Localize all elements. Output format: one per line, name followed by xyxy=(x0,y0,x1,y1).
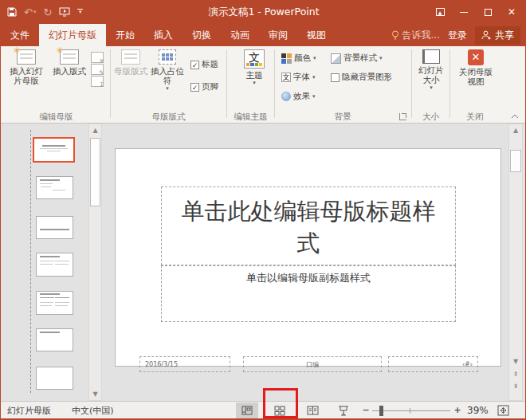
insert-layout-icon: ✳ xyxy=(60,49,79,65)
close-master-view-button[interactable]: ✕ 关闭母版视图 xyxy=(455,49,497,86)
group-label-master-layout: 母版版式 xyxy=(111,112,226,123)
main-scrollbar[interactable]: ▲ ▼ ⇞ ⇟ xyxy=(508,124,523,401)
scroll-up-icon[interactable]: ▲ xyxy=(89,125,101,135)
zoom-slider-thumb[interactable] xyxy=(379,406,383,416)
powerpoint-window: ↶▾ ↻ ▾ 演示文稿1 - PowerPoint ▲ ✕ 文件 幻灯片母版 开… xyxy=(0,0,526,420)
tab-home[interactable]: 开始 xyxy=(106,24,144,46)
slide-thumbnail-comparison[interactable] xyxy=(36,291,73,315)
hide-background-graphics-checkbox[interactable] xyxy=(331,73,340,82)
slide-thumbnail-two-content[interactable] xyxy=(36,253,73,277)
main-scrollbar-thumb[interactable] xyxy=(510,150,521,172)
view-name-label[interactable]: 幻灯片母版 xyxy=(7,405,51,417)
master-layout-button[interactable]: 母版版式 xyxy=(114,49,147,76)
close-button[interactable]: ✕ xyxy=(500,0,524,24)
previous-slide-icon[interactable]: ⇞ xyxy=(509,369,522,379)
footer-placeholder[interactable]: 口编 xyxy=(243,356,382,372)
title-checkbox-row[interactable]: ✓ 标题 xyxy=(190,59,218,70)
slide-canvas[interactable]: 单击此处编辑母版标题样式 单击以编辑母版副标题样式 2016/3/15 口编 ‹… xyxy=(115,148,501,367)
maximize-button[interactable] xyxy=(476,0,500,24)
reading-view-icon xyxy=(307,406,319,415)
background-styles-icon xyxy=(331,53,341,64)
footer-checkbox[interactable]: ✓ xyxy=(190,83,199,92)
workspace: ▲ ▼ 单击此处编辑母版标题样式 单击以编辑母版副标题样式 2016/3/15 … xyxy=(1,124,526,401)
insert-slide-master-button[interactable]: ✳ 插入幻灯片母版 xyxy=(6,49,47,85)
fit-to-window-icon xyxy=(497,405,509,416)
slide-number-placeholder[interactable]: ‹#› xyxy=(388,356,478,372)
panel-scrollbar[interactable]: ▲ ▼ xyxy=(88,124,102,401)
zoom-slider-midtick xyxy=(410,408,410,414)
minimize-button[interactable] xyxy=(452,0,476,24)
normal-view-button[interactable] xyxy=(236,402,258,418)
footer-checkbox-row[interactable]: ✓ 页脚 xyxy=(190,81,218,92)
group-label-edit-master: 编辑母版 xyxy=(2,112,110,123)
next-slide-icon[interactable]: ⇟ xyxy=(509,381,522,391)
tab-view[interactable]: 视图 xyxy=(297,24,336,46)
zoom-out-button[interactable]: − xyxy=(360,402,371,418)
language-label[interactable]: 中文(中国) xyxy=(72,405,114,417)
tab-insert[interactable]: 插入 xyxy=(144,24,183,46)
insert-placeholder-button[interactable]: 插入占位符 ▾ xyxy=(151,49,184,92)
tell-me-box[interactable]: 告诉我... xyxy=(391,29,440,42)
tab-file[interactable]: 文件 xyxy=(1,24,39,46)
themes-button[interactable]: 文 主题 ▾ xyxy=(238,49,270,86)
preserve-slide-icon[interactable]: ↧ xyxy=(91,76,104,87)
fit-to-window-button[interactable] xyxy=(497,405,509,416)
slide-size-button[interactable]: 幻灯片大小 ▾ xyxy=(416,49,446,91)
group-label-edit-theme: 编辑主题 xyxy=(227,112,274,123)
effects-button[interactable]: 效果▾ xyxy=(281,91,316,102)
scroll-up-icon[interactable]: ▲ xyxy=(509,125,522,135)
group-label-close: 关闭 xyxy=(452,112,498,123)
normal-view-icon xyxy=(241,406,253,415)
collapse-ribbon-icon[interactable] xyxy=(511,114,519,119)
insert-slide-master-icon: ✳ xyxy=(17,49,36,65)
group-label-size: 大小 xyxy=(412,112,449,123)
thumbnail-panel: ▲ ▼ xyxy=(1,124,104,401)
share-button[interactable]: 共享 xyxy=(475,26,520,45)
slide-thumbnail-title-content[interactable] xyxy=(36,176,73,199)
tab-review[interactable]: 审阅 xyxy=(259,24,297,46)
scroll-down-icon[interactable]: ▼ xyxy=(89,389,101,399)
reading-view-button[interactable] xyxy=(301,402,324,418)
slide-thumbnail-blank[interactable] xyxy=(36,367,73,390)
zoom-slider-track[interactable] xyxy=(372,410,450,411)
colors-icon xyxy=(281,53,292,64)
slide-thumbnail-section-header[interactable] xyxy=(36,216,73,239)
tab-animations[interactable]: 动画 xyxy=(221,24,259,46)
group-label-background: 背景 xyxy=(275,112,410,123)
themes-icon: 文 xyxy=(244,49,265,69)
zoom-level-label[interactable]: 39% xyxy=(467,402,489,419)
title-placeholder[interactable]: 单击此处编辑母版标题样式 xyxy=(161,186,456,265)
ribbon-display-options-icon[interactable]: ▲ xyxy=(428,0,452,24)
background-styles-button[interactable]: 背景样式▾ xyxy=(331,53,383,64)
rename-slide-icon[interactable]: ✎ xyxy=(91,64,104,75)
panel-scrollbar-thumb[interactable] xyxy=(90,138,100,206)
master-layout-icon xyxy=(121,49,140,65)
slideshow-icon xyxy=(338,406,349,416)
lightbulb-icon xyxy=(391,30,399,41)
sign-in-button[interactable]: 登录 xyxy=(448,29,467,42)
date-placeholder[interactable]: 2016/3/15 xyxy=(139,356,230,372)
colors-button[interactable]: 颜色▾ xyxy=(281,53,316,64)
zoom-in-button[interactable]: + xyxy=(452,402,463,418)
layout-hierarchy-line xyxy=(30,130,31,393)
tab-transitions[interactable]: 切换 xyxy=(183,24,221,46)
background-dialog-launcher-icon[interactable] xyxy=(399,113,406,120)
title-checkbox[interactable]: ✓ xyxy=(190,61,199,69)
slideshow-view-button[interactable] xyxy=(332,402,355,418)
scroll-down-icon[interactable]: ▼ xyxy=(509,356,522,367)
fonts-button[interactable]: 文 字体▾ xyxy=(281,72,316,83)
insert-layout-button[interactable]: ✳ 插入版式 xyxy=(50,49,88,76)
hide-background-graphics-row[interactable]: 隐藏背景图形 xyxy=(331,72,392,83)
effects-icon xyxy=(281,92,291,101)
delete-slide-icon[interactable]: ✕ xyxy=(91,52,104,63)
subtitle-placeholder[interactable]: 单击以编辑母版副标题样式 xyxy=(161,265,456,322)
person-plus-icon xyxy=(481,30,492,41)
slide-size-icon xyxy=(422,49,440,64)
title-bar: ↶▾ ↻ ▾ 演示文稿1 - PowerPoint ▲ ✕ xyxy=(1,0,526,24)
ribbon: ✳ 插入幻灯片母版 ✳ 插入版式 ✕ ✎ ↧ 编辑母版 母版版式 插入占位符 ▾… xyxy=(1,46,526,124)
slide-thumbnail-title-only[interactable] xyxy=(36,328,73,351)
tab-slide-master[interactable]: 幻灯片母版 xyxy=(39,24,106,46)
slide-thumbnail-title-slide[interactable] xyxy=(33,137,75,163)
fonts-icon: 文 xyxy=(281,73,291,82)
tutorial-highlight-box xyxy=(263,388,298,418)
